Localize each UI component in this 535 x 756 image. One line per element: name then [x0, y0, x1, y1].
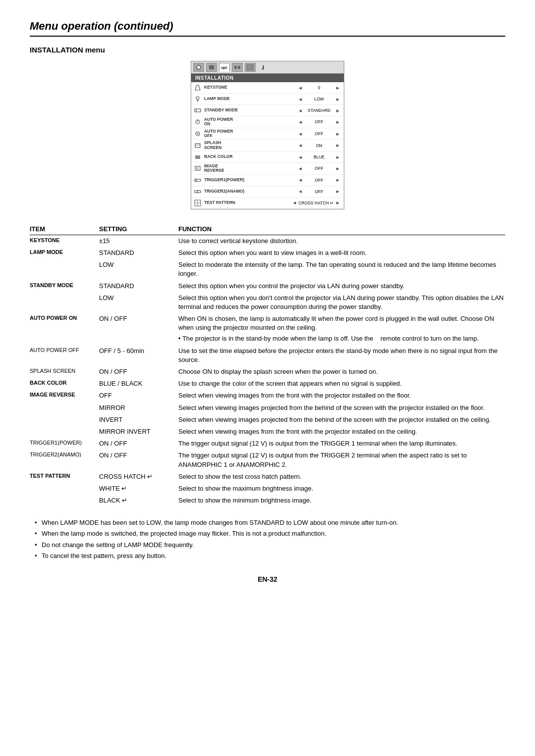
item-lampmode: LAMP MODE: [30, 247, 99, 259]
osd-right-arrow: ►: [334, 154, 342, 160]
item-empty2: [30, 292, 99, 313]
osd-left-arrow: ◄: [291, 200, 299, 205]
svg-rect-2: [209, 65, 214, 69]
svg-point-1: [197, 66, 200, 69]
imgrev-icon: R: [193, 164, 202, 173]
osd-menu-wrapper: opt. i INSTALLATION KEYSTONE ◄ 0 ►: [30, 61, 505, 209]
osd-right-arrow: ►: [334, 119, 342, 125]
osd-right-arrow: ►: [334, 166, 342, 171]
item-trig1: TRIGGER1(POWER): [30, 438, 99, 450]
osd-keystone-value: 0: [304, 85, 334, 90]
osd-left-arrow: ◄: [296, 85, 304, 91]
osd-backcolor-value: BLUE: [304, 154, 334, 159]
table-row: IMAGE REVERSE OFF Select when viewing im…: [30, 390, 505, 402]
trig1-icon: [193, 176, 202, 185]
autooff-icon: [193, 129, 202, 138]
osd-header: INSTALLATION: [191, 74, 344, 82]
item-empty3: [30, 402, 99, 414]
osd-tab-info: i: [258, 63, 268, 72]
osd-left-arrow: ◄: [296, 143, 304, 148]
table-row: BACK COLOR BLUE / BLACK Use to change th…: [30, 378, 505, 390]
osd-left-arrow: ◄: [296, 189, 304, 194]
page-title: Menu operation (continued): [30, 20, 505, 37]
osd-standby-value: STANDARD: [304, 108, 334, 113]
item-imgrev: IMAGE REVERSE: [30, 390, 99, 402]
setting-testpat-white: WHITE ↵: [99, 483, 178, 495]
table-row: TRIGGER1(POWER) ON / OFF The trigger out…: [30, 438, 505, 450]
osd-right-arrow: ►: [334, 177, 342, 183]
item-empty: [30, 259, 99, 280]
trig2-icon: [193, 187, 202, 196]
function-lampmode-standard: Select this option when you want to view…: [178, 247, 505, 259]
osd-lamp-label: LAMP MODE: [204, 97, 296, 101]
note-item: Do not change the setting of LAMP MODE f…: [35, 541, 505, 550]
osd-rows: KEYSTONE ◄ 0 ► LAMP MODE ◄ LOW ► STA: [191, 82, 344, 209]
osd-tab-1: [193, 63, 204, 72]
osd-autopoweron-label: AUTO POWERON: [204, 117, 296, 127]
function-imgrev-invert: Select when viewing images projected fro…: [178, 414, 505, 426]
osd-trig1-value: OFF: [304, 178, 334, 183]
function-imgrev-mirrorinvert: Select when viewing images from the fron…: [178, 426, 505, 438]
osd-right-arrow: ►: [334, 143, 342, 148]
backcolor-icon: [193, 152, 202, 161]
section-title: INSTALLATION menu: [30, 46, 505, 54]
setting-autopoweron: ON / OFF: [99, 313, 178, 345]
osd-row-standby: STANDBY MODE ◄ STANDARD ►: [191, 105, 344, 116]
table-row: STANDBY MODE STANDARD Select this option…: [30, 280, 505, 292]
osd-left-arrow: ◄: [296, 154, 304, 160]
function-testpat-cross: Select to show the test cross hatch patt…: [178, 471, 505, 483]
table-row: LOW Select this option when you don't co…: [30, 292, 505, 313]
function-trig2: The trigger output signal (12 V) is outp…: [178, 450, 505, 470]
osd-trig2-value: OFF: [304, 189, 334, 194]
function-keystone: Use to correct vertical keystone distort…: [178, 235, 505, 247]
item-autopoweroff: AUTO POWER OFF: [30, 345, 99, 366]
item-empty6: [30, 483, 99, 495]
osd-tab-5: [245, 63, 256, 72]
reference-table: ITEM SETTING FUNCTION KEYSTONE ±15 Use t…: [30, 223, 505, 507]
osd-row-lamp: LAMP MODE ◄ LOW ►: [191, 94, 344, 105]
osd-row-imgrev: R IMAGEREVERSE ◄ OFF ►: [191, 163, 344, 175]
osd-imgrev-value: OFF: [304, 166, 334, 171]
standby-icon: [193, 106, 202, 115]
osd-trig2-label: TRIGGER2(ANAMO): [204, 189, 296, 194]
osd-trig1-label: TRIGGER1(POWER): [204, 178, 296, 182]
osd-testpat-value: CROSS HATCH ↵: [298, 201, 334, 205]
table-row: AUTO POWER ON ON / OFF When ON is chosen…: [30, 313, 505, 345]
setting-imgrev-mirrorinvert: MIRROR INVERT: [99, 426, 178, 438]
svg-text:R: R: [196, 167, 199, 170]
osd-autopoweron-value: OFF: [304, 119, 334, 124]
note-item: When LAMP MODE has been set to LOW, the …: [35, 518, 505, 527]
osd-row-keystone: KEYSTONE ◄ 0 ►: [191, 82, 344, 94]
setting-lampmode-standard: STANDARD: [99, 247, 178, 259]
setting-testpat-cross: CROSS HATCH ↵: [99, 471, 178, 483]
osd-right-arrow: ►: [334, 131, 342, 137]
item-trig2: TRIGGER2(ANAMO): [30, 450, 99, 470]
splash-icon: [193, 141, 202, 150]
setting-imgrev-mirror: MIRROR: [99, 402, 178, 414]
item-backcolor: BACK COLOR: [30, 378, 99, 390]
osd-row-trig1: TRIGGER1(POWER) ◄ OFF ►: [191, 175, 344, 186]
table-row: SPLASH SCREEN ON / OFF Choose ON to disp…: [30, 366, 505, 378]
osd-keystone-label: KEYSTONE: [204, 85, 296, 90]
function-imgrev-off: Select when viewing images from the fron…: [178, 390, 505, 402]
function-testpat-white: Select to show the maximum brightness im…: [178, 483, 505, 495]
osd-right-arrow: ►: [334, 85, 342, 91]
svg-marker-7: [195, 85, 200, 90]
setting-trig2: ON / OFF: [99, 450, 178, 470]
osd-row-autopoweroff: AUTO POWEROFF ◄ OFF ►: [191, 128, 344, 140]
setting-autopoweroff: OFF / 5 - 60min: [99, 345, 178, 366]
osd-menu: opt. i INSTALLATION KEYSTONE ◄ 0 ►: [191, 61, 344, 209]
osd-row-autopoweron: AUTO POWERON ◄ OFF ►: [191, 116, 344, 128]
osd-tab-opt: opt.: [219, 63, 230, 72]
function-splash: Choose ON to display the splash screen w…: [178, 366, 505, 378]
svg-line-16: [197, 133, 199, 135]
table-row: KEYSTONE ±15 Use to correct vertical key…: [30, 235, 505, 247]
osd-row-trig2: TRIGGER2(ANAMO) ◄ OFF ►: [191, 186, 344, 198]
table-row: WHITE ↵ Select to show the maximum brigh…: [30, 483, 505, 495]
svg-rect-11: [195, 109, 201, 112]
item-empty5: [30, 426, 99, 438]
setting-splash: ON / OFF: [99, 366, 178, 378]
function-standby-low: Select this option when you don't contro…: [178, 292, 505, 313]
osd-autopoweroff-value: OFF: [304, 131, 334, 136]
setting-imgrev-off: OFF: [99, 390, 178, 402]
